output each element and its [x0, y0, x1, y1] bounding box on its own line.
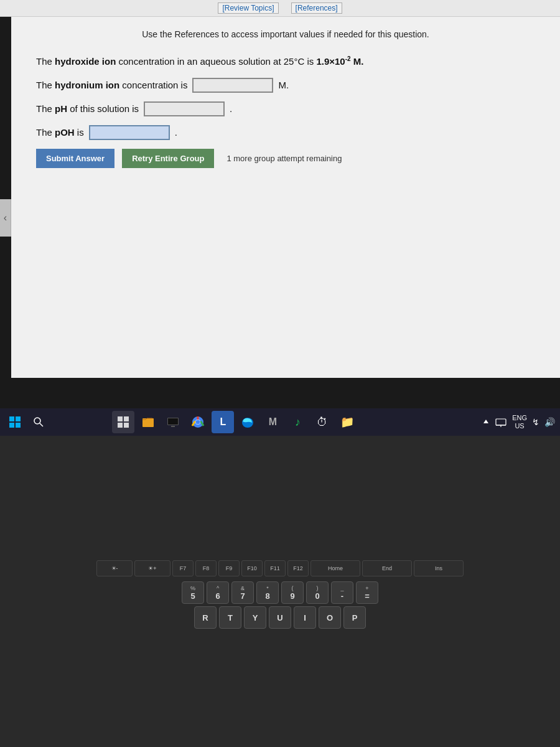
- top-toolbar: [Review Topics] [References]: [0, 0, 560, 17]
- hydroxide-statement: The hydroxide ion concentration in an aq…: [36, 54, 535, 69]
- poh-label: The pOH is: [36, 127, 84, 138]
- taskbar-app-l[interactable]: L: [212, 411, 234, 433]
- key-o[interactable]: O: [319, 606, 341, 629]
- taskbar-app-music[interactable]: ♪: [286, 411, 309, 433]
- key-y[interactable]: Y: [244, 606, 266, 629]
- svg-rect-2: [9, 423, 14, 428]
- svg-rect-6: [118, 416, 123, 421]
- key-p[interactable]: P: [343, 606, 366, 629]
- taskbar-app-chrome[interactable]: [187, 411, 209, 433]
- svg-rect-13: [171, 426, 175, 427]
- svg-rect-1: [16, 416, 21, 421]
- svg-rect-0: [9, 416, 14, 421]
- fn-key-f7[interactable]: F7: [172, 560, 194, 576]
- svg-marker-18: [483, 420, 488, 423]
- hydronium-unit: M.: [278, 80, 289, 90]
- search-button[interactable]: [29, 412, 49, 432]
- region-text: US: [512, 422, 527, 430]
- retry-button[interactable]: Retry Entire Group: [122, 149, 214, 168]
- taskbar-app-timer[interactable]: ⏱: [311, 411, 334, 433]
- ph-row: The pH of this solution is .: [36, 101, 535, 116]
- taskbar-app-edge[interactable]: [236, 411, 259, 433]
- key-t[interactable]: T: [219, 606, 241, 629]
- windows-start-button[interactable]: [5, 412, 25, 432]
- key-8[interactable]: *8: [256, 581, 279, 604]
- poh-input[interactable]: [89, 125, 170, 140]
- key-7[interactable]: &7: [231, 581, 254, 604]
- review-topics-link[interactable]: [Review Topics]: [218, 2, 278, 14]
- taskbar-app-folder-orange[interactable]: 📁: [336, 411, 358, 433]
- fn-key-end[interactable]: End: [362, 560, 412, 576]
- svg-rect-3: [16, 423, 21, 428]
- buttons-area: Submit Answer Retry Entire Group 1 more …: [36, 149, 535, 168]
- lang-text: ENG: [512, 414, 527, 422]
- taskbar-right: ENG US ↯ 🔊: [482, 414, 555, 430]
- hydroxide-value: 1.9×10-2 M.: [316, 56, 363, 67]
- fn-key-f11[interactable]: F11: [264, 560, 286, 576]
- taskbar-app-m[interactable]: M: [261, 411, 284, 433]
- hydronium-row: The hydronium ion concentration is M.: [36, 78, 535, 93]
- poh-row: The pOH is .: [36, 125, 535, 140]
- key-equals[interactable]: +=: [356, 581, 378, 604]
- ph-label: The pH of this solution is: [36, 103, 139, 114]
- fn-key-brightness-up[interactable]: ☀+: [134, 560, 170, 576]
- hydronium-label: The hydronium ion concentration is: [36, 80, 187, 90]
- key-minus[interactable]: _-: [331, 581, 353, 604]
- wifi-icon: ↯: [532, 417, 539, 427]
- svg-rect-12: [168, 418, 178, 425]
- svg-rect-9: [124, 423, 129, 428]
- ph-end: .: [230, 103, 232, 114]
- main-instruction: Use the References to access important v…: [36, 29, 535, 39]
- key-5[interactable]: %5: [182, 581, 204, 604]
- fn-key-f9[interactable]: F9: [218, 560, 240, 576]
- svg-rect-19: [496, 419, 506, 425]
- fn-key-row: ☀- ☀+ F7 F8 F9 F10 F11 F12 Home End Ins: [96, 560, 464, 576]
- number-key-row: %5 ^6 &7 *8 (9 )0 _- +=: [182, 581, 378, 604]
- qwerty-row: R T Y U I O P: [194, 606, 366, 629]
- fn-key-brightness-down[interactable]: ☀-: [96, 560, 133, 576]
- ph-input[interactable]: [144, 101, 225, 116]
- svg-rect-8: [118, 423, 123, 428]
- taskbar-app-file-manager[interactable]: [137, 411, 159, 433]
- taskbar-app-monitor[interactable]: [162, 411, 184, 433]
- key-9[interactable]: (9: [281, 581, 304, 604]
- fn-key-f8[interactable]: F8: [195, 560, 217, 576]
- key-6[interactable]: ^6: [207, 581, 229, 604]
- caret-up-icon: [482, 418, 490, 426]
- fn-key-f12[interactable]: F12: [287, 560, 309, 576]
- submit-button[interactable]: Submit Answer: [36, 149, 114, 168]
- key-0[interactable]: )0: [306, 581, 329, 604]
- left-nav-tab[interactable]: ‹: [0, 199, 11, 237]
- references-link[interactable]: [References]: [291, 2, 342, 14]
- screen-area: [Review Topics] [References] ‹ Use the R…: [0, 0, 560, 436]
- fn-key-ins[interactable]: Ins: [414, 560, 464, 576]
- svg-line-5: [40, 423, 43, 426]
- fn-key-home[interactable]: Home: [310, 560, 360, 576]
- hydronium-input[interactable]: [192, 78, 273, 93]
- taskbar-app-1[interactable]: [112, 411, 134, 433]
- network-icon: [495, 417, 507, 427]
- hydroxide-bold: hydroxide ion: [55, 56, 116, 67]
- key-u[interactable]: U: [269, 606, 291, 629]
- svg-rect-7: [124, 416, 129, 421]
- attempts-text: 1 more group attempt remaining: [226, 154, 342, 163]
- hydroxide-text-2: concentration in an aqueous solution at …: [119, 56, 317, 67]
- keyboard-area: ☀- ☀+ F7 F8 F9 F10 F11 F12 Home End Ins …: [0, 436, 560, 747]
- svg-point-4: [34, 418, 40, 424]
- poh-end: .: [175, 127, 177, 138]
- taskbar: L M ♪ ⏱ 📁 ENG US ↯ 🔊: [0, 408, 560, 436]
- content-area: Use the References to access important v…: [11, 17, 560, 378]
- svg-point-16: [196, 420, 200, 425]
- key-r[interactable]: R: [194, 606, 217, 629]
- hydroxide-text-1: The: [36, 56, 55, 67]
- fn-key-f10[interactable]: F10: [241, 560, 263, 576]
- volume-icon: 🔊: [544, 417, 555, 427]
- language-indicator: ENG US: [512, 414, 527, 430]
- key-i[interactable]: I: [294, 606, 316, 629]
- taskbar-center: L M ♪ ⏱ 📁: [112, 411, 358, 433]
